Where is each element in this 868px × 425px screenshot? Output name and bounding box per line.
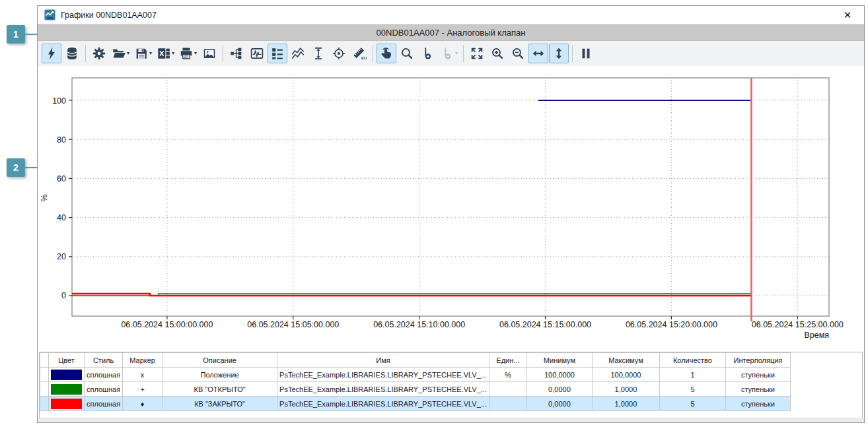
ytick-label: 60 (57, 174, 66, 183)
toolbar-separator (373, 45, 373, 62)
legend-list-button[interactable] (268, 44, 287, 63)
cell-interpolation: ступеньки (725, 382, 790, 397)
legend-col-header: Имя (277, 353, 489, 368)
lightning-icon (44, 46, 59, 61)
print-button[interactable]: ▾ (177, 44, 199, 63)
oscilloscope-icon (250, 46, 264, 61)
callout-1-line (25, 34, 38, 35)
xtick-label: 06.05.2024 15:05:00.000 (247, 320, 339, 329)
remove-marker-button[interactable]: ▾ (438, 44, 460, 63)
expand-icon (470, 46, 484, 61)
chart-panel[interactable]: 02040608010006.05.2024 15:00:00.00006.05… (38, 66, 864, 351)
legend-row[interactable]: сплошная♦КВ "ЗАКРЫТО"PsTechEE_Example.LI… (40, 397, 791, 411)
h-range-icon (531, 46, 546, 61)
color-swatch (51, 384, 82, 395)
ytick-label: 100 (52, 96, 66, 106)
save-button[interactable]: ▾ (132, 44, 154, 63)
cell-max: 100,0000 (592, 368, 659, 382)
legend-col-header (40, 353, 49, 368)
xtick-label: 06.05.2024 15:25:00.000 (752, 320, 844, 329)
cell-min: 0,0000 (526, 382, 592, 397)
magnifier-icon (400, 46, 414, 61)
titlebar[interactable]: Графики 00NDB01AA007 ✕ (38, 6, 864, 24)
close-button[interactable]: ✕ (838, 7, 857, 23)
legend-col-header: Маркер (123, 353, 163, 368)
legend-col-header: Стиль (85, 353, 123, 368)
zoom-region-button[interactable] (397, 44, 417, 63)
cell-unit (489, 397, 526, 411)
legend-col-header: Количество (659, 353, 725, 368)
cell-interpolation: ступеньки (725, 397, 790, 411)
value-ruler-button[interactable] (308, 44, 328, 63)
row-selector (40, 397, 49, 411)
chart-plot-area[interactable]: 02040608010006.05.2024 15:00:00.00006.05… (38, 66, 864, 351)
folder-open-icon (112, 46, 126, 61)
zoom-in-button[interactable] (488, 44, 507, 63)
list-icon (270, 46, 285, 61)
cell-style: сплошная (85, 368, 123, 382)
signal-tree-button[interactable] (227, 44, 246, 63)
legend-col-header: Максимум (592, 353, 659, 368)
cell-count: 5 (659, 397, 725, 411)
svg-text:EU: EU (361, 56, 367, 60)
tag-header: 00NDB01AA007 - Аналоговый клапан (38, 24, 864, 41)
curves-icon (291, 46, 305, 61)
callout-2-line (25, 167, 38, 168)
archive-data-button[interactable] (62, 44, 82, 63)
legend-row[interactable]: сплошнаяxПоложениеPsTechEE_Example.LIBRA… (40, 368, 791, 382)
cell-style: сплошная (85, 397, 123, 411)
save-icon (134, 46, 149, 61)
open-button[interactable]: ▾ (110, 44, 131, 63)
ruler-eu-icon: EU (352, 46, 367, 61)
tag-title: 00NDB01AA007 - Аналоговый клапан (377, 28, 526, 38)
xtick-label: 06.05.2024 15:15:00.000 (499, 320, 591, 329)
cell-name: PsTechEE_Example.LIBRARIES.LIBRARY_PSTEC… (277, 368, 489, 382)
fit-all-button[interactable] (467, 44, 487, 63)
legend-panel: ЦветСтильМаркерОписаниеИмяЕдин...Минимум… (39, 352, 863, 418)
app-icon (44, 9, 55, 20)
cell-description: КВ "ОТКРЫТО" (163, 382, 277, 397)
settings-button[interactable] (89, 44, 109, 63)
callout-1-badge: 1 (7, 25, 25, 44)
toolbar-separator (223, 45, 223, 62)
realtime-mode-button[interactable] (42, 44, 61, 63)
ytick-label: 80 (57, 135, 66, 145)
gear-icon (92, 46, 106, 61)
vertical-ruler-icon (311, 46, 326, 61)
crosshair-button[interactable] (329, 44, 349, 63)
legend-col-header: Описание (163, 353, 277, 368)
ytick-label: 0 (61, 291, 66, 300)
row-selector (40, 382, 49, 397)
cell-description: Положение (163, 368, 277, 382)
export-image-button[interactable] (199, 44, 219, 63)
window-title: Графики 00NDB01AA007 (61, 11, 157, 20)
pan-mode-button[interactable] (377, 44, 396, 63)
oscillogram-button[interactable] (247, 44, 267, 63)
export-excel-button[interactable]: ▾ (155, 44, 176, 63)
cell-description: КВ "ЗАКРЫТО" (163, 397, 277, 411)
cell-unit (489, 382, 526, 397)
add-marker-button[interactable] (417, 44, 437, 63)
fit-vertical-button[interactable] (549, 44, 569, 63)
cell-min: 0,0000 (526, 397, 592, 411)
v-range-icon (552, 46, 566, 61)
dropdown-caret-icon: ▾ (149, 51, 152, 56)
cell-name: PsTechEE_Example.LIBRARIES.LIBRARY_PSTEC… (277, 382, 489, 397)
series-color-swatch (49, 382, 85, 397)
zoom-out-icon (511, 46, 525, 61)
marker-add-icon (420, 46, 435, 61)
xtick-label: 06.05.2024 15:20:00.000 (626, 320, 717, 329)
legend-header-row: ЦветСтильМаркерОписаниеИмяЕдин...Минимум… (40, 353, 791, 368)
toolbar-separator (463, 45, 464, 62)
legend-col-header: Минимум (526, 353, 592, 368)
zoom-out-button[interactable] (508, 44, 528, 63)
dropdown-caret-icon: ▾ (194, 51, 197, 56)
fit-horizontal-button[interactable] (528, 44, 548, 63)
zoom-in-icon (490, 46, 505, 61)
cell-name: PsTechEE_Example.LIBRARIES.LIBRARY_PSTEC… (277, 397, 489, 411)
marker-remove-icon (440, 46, 454, 61)
pause-button[interactable] (576, 44, 596, 63)
legend-row[interactable]: сплошная+КВ "ОТКРЫТО"PsTechEE_Example.LI… (40, 382, 791, 397)
engineering-units-button[interactable]: EU (349, 44, 369, 63)
curves-button[interactable] (288, 44, 308, 63)
